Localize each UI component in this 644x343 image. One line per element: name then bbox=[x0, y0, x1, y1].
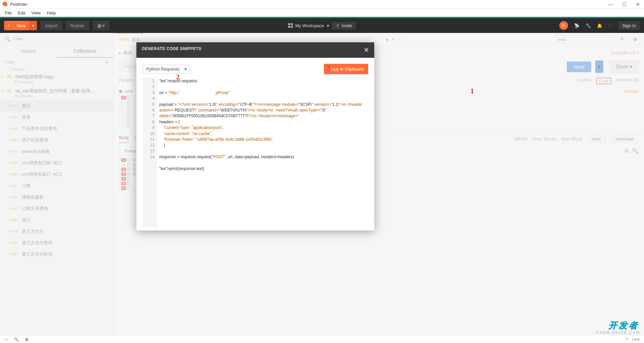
code-snippet-viewer[interactable]: "kw">import requests url = "http:/ pProx… bbox=[157, 78, 368, 227]
menu-file[interactable]: File bbox=[5, 10, 12, 15]
import-button[interactable]: Import bbox=[40, 21, 62, 30]
modal-title: GENERATE CODE SNIPPETS bbox=[142, 46, 201, 54]
sync-icon[interactable]: ⟳ bbox=[559, 21, 568, 30]
annotation-3: 3 bbox=[327, 64, 331, 73]
menu-view[interactable]: View bbox=[31, 10, 41, 15]
satellite-icon[interactable]: 📡 bbox=[574, 23, 579, 28]
grid-icon bbox=[288, 23, 293, 28]
postman-logo-icon bbox=[2, 2, 7, 7]
minimize-button[interactable]: — bbox=[608, 2, 613, 7]
close-modal-button[interactable]: ✕ bbox=[364, 46, 369, 54]
language-select[interactable]: Python Requests ▾ bbox=[142, 64, 190, 74]
annotation-1: 1 bbox=[470, 87, 474, 95]
window-layout-button[interactable]: ▦ ▾ bbox=[93, 21, 110, 30]
status-bar: ▭ 🔍 ▣ ? Lear bbox=[0, 335, 644, 343]
maximize-button[interactable]: ☐ bbox=[622, 2, 627, 7]
menu-edit[interactable]: Edit bbox=[18, 10, 25, 15]
console-icon[interactable]: ▣ bbox=[25, 337, 29, 342]
find-icon[interactable]: 🔍 bbox=[14, 337, 19, 342]
chevron-down-icon: ▾ bbox=[184, 67, 187, 72]
plus-icon: ＋ bbox=[4, 23, 13, 29]
generate-code-modal: GENERATE CODE SNIPPETS ✕ Python Requests… bbox=[136, 42, 374, 230]
signin-button[interactable]: Sign In bbox=[618, 22, 640, 30]
chevron-down-icon[interactable]: ▾ bbox=[29, 21, 37, 30]
sidebar-toggle-icon[interactable]: ▭ bbox=[4, 337, 8, 342]
close-button[interactable]: ✕ bbox=[636, 2, 640, 7]
heart-icon[interactable]: ♡ bbox=[608, 23, 612, 28]
window-title: Postman bbox=[10, 2, 27, 7]
help-icon[interactable]: ? bbox=[626, 337, 628, 342]
learn-link[interactable]: Lear bbox=[632, 337, 640, 342]
bell-icon[interactable]: 🔔 bbox=[597, 23, 602, 28]
menu-help[interactable]: Help bbox=[47, 10, 56, 15]
code-gutter: 1234567891011121314 bbox=[142, 78, 157, 227]
person-plus-icon: ⇪ bbox=[336, 23, 340, 28]
annotation-2: 2 bbox=[176, 73, 180, 81]
runner-button[interactable]: Runner bbox=[66, 21, 89, 30]
wrench-icon[interactable]: 🔧 bbox=[586, 23, 591, 28]
new-button[interactable]: ＋ New ▾ bbox=[4, 21, 37, 30]
chevron-down-icon: ▾ bbox=[327, 23, 329, 28]
invite-button[interactable]: ⇪ Invite bbox=[332, 22, 356, 30]
workspace-dropdown[interactable]: My Workspace ▾ bbox=[288, 23, 329, 28]
